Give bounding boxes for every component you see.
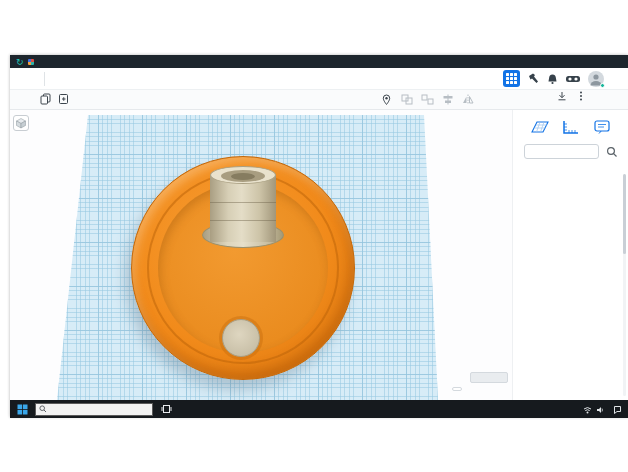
task-view-icon[interactable] <box>158 401 174 418</box>
snap-grid-control <box>448 387 462 391</box>
main-area <box>10 110 628 400</box>
search-input[interactable] <box>49 406 149 412</box>
editor-toolbar <box>10 90 628 110</box>
search-icon <box>39 405 46 413</box>
header-divider <box>44 72 45 86</box>
shape-category-dropdown[interactable] <box>524 144 599 159</box>
view-cube-button[interactable] <box>13 115 29 131</box>
download-icon[interactable] <box>557 87 567 105</box>
mirror-icon[interactable] <box>462 91 474 109</box>
apps-grid-button[interactable] <box>503 70 520 87</box>
volume-icon[interactable] <box>596 400 605 418</box>
ruler-tool-icon[interactable] <box>558 117 584 137</box>
action-center-icon[interactable] <box>613 400 622 418</box>
shapes-sidebar <box>512 110 628 400</box>
edit-grid-button[interactable] <box>470 372 508 383</box>
model-knob[interactable] <box>222 319 260 357</box>
desktop: ↻ <box>0 0 628 472</box>
system-tray <box>579 400 624 418</box>
goggles-icon[interactable] <box>565 74 581 84</box>
duplicate-icon[interactable] <box>58 91 69 109</box>
workplane-tool-icon[interactable] <box>526 117 552 137</box>
tab-favicon <box>28 59 34 65</box>
start-button[interactable] <box>14 401 30 418</box>
sidebar-scrollbar[interactable] <box>623 174 626 396</box>
wifi-icon[interactable] <box>583 400 592 418</box>
windows-taskbar <box>10 400 628 418</box>
drop-pin-icon[interactable] <box>382 94 393 106</box>
shape-category-row <box>513 137 628 159</box>
more-menu-icon[interactable] <box>579 87 583 105</box>
tube-seam <box>210 202 276 203</box>
avatar[interactable] <box>588 71 604 87</box>
group-icon[interactable] <box>401 91 413 109</box>
browser-logo-icon: ↻ <box>16 57 24 67</box>
search-icon <box>606 146 618 158</box>
copy-icon[interactable] <box>40 91 51 109</box>
shapes-grid <box>513 167 628 391</box>
online-status-dot <box>600 83 605 88</box>
bell-icon[interactable] <box>547 73 558 85</box>
3d-viewport[interactable] <box>10 110 512 400</box>
scrollbar-thumb[interactable] <box>623 174 626 254</box>
snap-grid-dropdown[interactable] <box>452 387 462 391</box>
notes-tool-icon[interactable] <box>589 117 615 137</box>
sidebar-toolbar <box>512 90 628 109</box>
helper-tools <box>513 110 628 137</box>
app-header <box>10 68 628 90</box>
ungroup-icon[interactable] <box>421 91 434 109</box>
browser-titlebar: ↻ <box>10 55 628 68</box>
model-tube[interactable] <box>207 166 279 244</box>
tube-seam <box>210 220 276 221</box>
tube-inner-hole <box>231 173 255 180</box>
tube-body <box>210 175 276 242</box>
tinkercad-logo[interactable] <box>18 69 37 88</box>
search-shapes-button[interactable] <box>604 144 619 159</box>
hammer-icon[interactable] <box>527 72 540 85</box>
browser-window: ↻ <box>10 55 628 417</box>
align-icon[interactable] <box>442 91 454 109</box>
taskbar-search[interactable] <box>35 403 153 416</box>
